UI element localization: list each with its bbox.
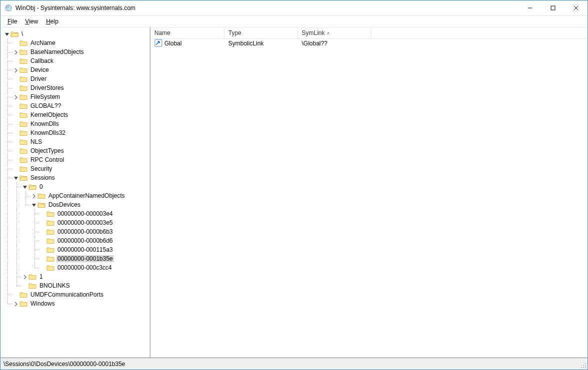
tree-item[interactable]: Windows [0, 299, 150, 308]
column-header-symlink-label: SymLink [302, 29, 325, 36]
tree-item[interactable]: NLS [0, 137, 150, 146]
tree-item[interactable]: UMDFCommunicationPorts [0, 290, 150, 299]
tree-item[interactable]: AppContainerNamedObjects [0, 191, 150, 200]
list-body[interactable]: GlobalSymbolicLink\Global?? [150, 39, 588, 358]
expander-closed-icon[interactable] [30, 193, 36, 199]
tree-item[interactable]: KernelObjects [0, 110, 150, 119]
folder-icon [28, 273, 36, 280]
status-bar: \Sessions\0\DosDevices\00000000-0001b35e [0, 358, 588, 370]
expander-open-icon[interactable] [21, 184, 27, 190]
app-icon [4, 4, 12, 12]
folder-icon [19, 93, 27, 100]
folder-icon [19, 300, 27, 307]
expander-open-icon[interactable] [12, 175, 18, 181]
expander-open-icon[interactable] [3, 31, 9, 37]
tree-item[interactable]: Callback [0, 56, 150, 65]
tree-item-label: DosDevices [47, 201, 81, 208]
list-row[interactable]: GlobalSymbolicLink\Global?? [150, 39, 588, 48]
tree-item-label: RPC Control [29, 156, 65, 163]
title-bar: WinObj - Sysinternals: www.sysinternals.… [0, 0, 588, 16]
tree-item-label: Driver [29, 75, 47, 82]
tree-item-label: 1 [38, 273, 44, 280]
folder-icon [19, 57, 27, 64]
tree-item[interactable]: FileSystem [0, 92, 150, 101]
folder-icon [46, 255, 54, 262]
folder-icon [46, 264, 54, 271]
tree-item-root[interactable]: \ [0, 29, 150, 38]
tree-item[interactable]: BNOLINKS [0, 281, 150, 290]
expander-closed-icon[interactable] [12, 94, 18, 100]
expander-none [12, 130, 18, 136]
expander-none [12, 40, 18, 46]
tree-item[interactable]: BaseNamedObjects [0, 47, 150, 56]
tree-item[interactable]: 00000000-000c3cc4 [0, 263, 150, 272]
tree-item[interactable]: RPC Control [0, 155, 150, 164]
tree-item[interactable]: 00000000-000003e5 [0, 218, 150, 227]
tree-item-label: NLS [29, 138, 43, 145]
folder-icon [46, 246, 54, 253]
tree-item-label: Windows [29, 300, 56, 307]
tree-item[interactable]: 00000000-000003e4 [0, 209, 150, 218]
tree-item-label: 00000000-000003e4 [56, 210, 114, 217]
tree-item-label: AppContainerNamedObjects [47, 192, 126, 199]
folder-icon [19, 66, 27, 73]
expander-closed-icon[interactable] [12, 67, 18, 73]
tree-item[interactable]: GLOBAL?? [0, 101, 150, 110]
folder-icon [46, 228, 54, 235]
folder-icon [19, 156, 27, 163]
tree-item[interactable]: ObjectTypes [0, 146, 150, 155]
tree-item[interactable]: Sessions [0, 173, 150, 182]
tree-item-label: 00000000-000115a3 [56, 246, 114, 253]
tree-item[interactable]: Driver [0, 74, 150, 83]
tree-item[interactable]: 00000000-0001b35e [0, 254, 150, 263]
tree-item[interactable]: ArcName [0, 38, 150, 47]
column-header-name[interactable]: Name [150, 27, 224, 38]
tree-item[interactable]: Security [0, 164, 150, 173]
tree-item[interactable]: 0 [0, 182, 150, 191]
expander-none [12, 292, 18, 298]
tree-item[interactable]: Device [0, 65, 150, 74]
menu-view[interactable]: View [21, 17, 42, 26]
tree-item[interactable]: 00000000-0000b6b3 [0, 227, 150, 236]
resize-grip-icon[interactable] [581, 363, 587, 369]
folder-open-icon [19, 174, 27, 181]
tree-item-label: GLOBAL?? [29, 102, 62, 109]
folder-icon [19, 165, 27, 172]
column-header-symlink[interactable]: SymLink ∧ [298, 27, 371, 38]
sort-ascending-icon: ∧ [327, 31, 330, 35]
tree-item-label: DriverStores [29, 84, 65, 91]
expander-closed-icon[interactable] [12, 301, 18, 307]
tree-item[interactable]: KnownDlls32 [0, 128, 150, 137]
expander-none [39, 247, 45, 253]
minimize-button[interactable] [519, 0, 542, 15]
tree-item-label: 00000000-0000b6b3 [56, 228, 114, 235]
tree-item-label: ArcName [29, 39, 56, 46]
folder-icon [19, 129, 27, 136]
menu-file[interactable]: File [3, 17, 21, 26]
status-path: \Sessions\0\DosDevices\00000000-0001b35e [3, 361, 125, 368]
svg-rect-9 [551, 6, 555, 10]
maximize-button[interactable] [542, 0, 565, 15]
tree-item[interactable]: 00000000-0000b6d6 [0, 236, 150, 245]
menu-help[interactable]: Help [42, 17, 62, 26]
expander-none [39, 229, 45, 235]
expander-none [12, 148, 18, 154]
tree-item[interactable]: KnownDlls [0, 119, 150, 128]
tree-item[interactable]: 1 [0, 272, 150, 281]
expander-closed-icon[interactable] [12, 49, 18, 55]
folder-open-icon [28, 183, 36, 190]
tree-item-label: Device [29, 66, 50, 73]
column-header-type[interactable]: Type [224, 27, 298, 38]
symlink-icon [154, 39, 162, 48]
tree-item[interactable]: DriverStores [0, 83, 150, 92]
expander-closed-icon[interactable] [21, 274, 27, 280]
expander-none [12, 76, 18, 82]
close-button[interactable] [565, 0, 588, 15]
tree-pane[interactable]: \ArcNameBaseNamedObjectsCallbackDeviceDr… [0, 27, 150, 358]
folder-icon [28, 282, 36, 289]
tree-item-label: UMDFCommunicationPorts [29, 291, 104, 298]
expander-open-icon[interactable] [30, 202, 36, 208]
expander-none [12, 85, 18, 91]
tree-item[interactable]: 00000000-000115a3 [0, 245, 150, 254]
tree-item[interactable]: DosDevices [0, 200, 150, 209]
